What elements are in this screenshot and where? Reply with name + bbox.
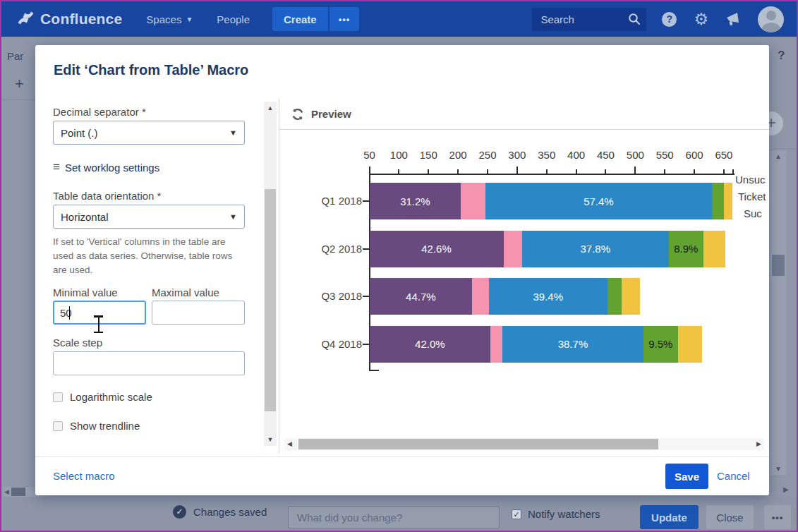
text-caret bbox=[69, 306, 70, 320]
axis-tick-label: 150 bbox=[413, 149, 444, 161]
chevron-down-icon: ▼ bbox=[186, 16, 193, 23]
maximal-value-label: Maximal value bbox=[152, 286, 219, 298]
axis-tick-label: 650 bbox=[708, 149, 739, 161]
segment-purple: 42.6% bbox=[370, 231, 504, 267]
category-label: Q3 2018 bbox=[306, 290, 362, 302]
nav-spaces[interactable]: Spaces ▼ bbox=[146, 13, 193, 25]
logo-wordmark: Confluence bbox=[40, 11, 122, 28]
decimal-separator-label: Decimal separator * bbox=[53, 106, 146, 118]
legend-label: Ticket bbox=[738, 191, 766, 202]
notifications-icon[interactable] bbox=[725, 12, 741, 26]
navbar-more-button[interactable]: ••• bbox=[330, 7, 360, 31]
axis-tick-label: 200 bbox=[442, 149, 473, 161]
avatar-person-icon bbox=[766, 11, 776, 20]
notify-watchers-checkbox[interactable]: ✓ Notify watchers bbox=[512, 508, 600, 520]
scroll-up-icon[interactable]: ▲ bbox=[770, 152, 786, 160]
scroll-right-icon[interactable]: ▶ bbox=[756, 440, 761, 447]
axis-tick-label: 100 bbox=[383, 149, 414, 161]
category-label: Q2 2018 bbox=[306, 243, 362, 255]
segment-purple: 31.2% bbox=[370, 183, 461, 219]
category-tick bbox=[363, 248, 369, 250]
axis-tick-label: 500 bbox=[619, 149, 651, 161]
checkbox-checked-icon: ✓ bbox=[512, 509, 521, 519]
scroll-left-icon[interactable]: ◀ bbox=[287, 440, 292, 447]
segment-blue: 57.4% bbox=[485, 183, 713, 219]
nav-people[interactable]: People bbox=[217, 13, 250, 25]
segment-pink bbox=[472, 278, 488, 315]
hamburger-icon: ≡ bbox=[53, 160, 60, 174]
axis-tick-label: 550 bbox=[649, 149, 680, 161]
category-tick bbox=[363, 344, 369, 345]
segment-blue: 38.7% bbox=[502, 326, 643, 363]
mouse-ibeam-cursor bbox=[94, 315, 104, 333]
changes-saved-label: Changes saved bbox=[193, 506, 267, 518]
notify-watchers-label: Notify watchers bbox=[528, 508, 600, 520]
scroll-up-icon[interactable]: ▲ bbox=[264, 104, 277, 111]
cancel-link[interactable]: Cancel bbox=[717, 470, 750, 482]
segment-green: 8.9% bbox=[669, 231, 703, 267]
form-scrollbar-thumb[interactable] bbox=[265, 189, 276, 411]
dialog-title: Edit ‘Chart from Table’ Macro bbox=[54, 62, 248, 78]
confluence-logo[interactable]: Confluence bbox=[17, 11, 122, 28]
page-horizontal-scrollbar-thumb[interactable] bbox=[11, 488, 25, 496]
worklog-link-label: Set worklog settings bbox=[65, 162, 159, 174]
maximal-value-input[interactable] bbox=[152, 301, 245, 325]
confluence-mark-icon bbox=[17, 11, 35, 28]
axis-tick-label: 450 bbox=[590, 149, 621, 161]
editor-help-icon: ? bbox=[778, 49, 785, 63]
orientation-select[interactable]: Horizontal ▼ bbox=[53, 205, 245, 229]
dialog-footer: Select macro Save Cancel bbox=[35, 457, 769, 495]
breadcrumb-partial: Par bbox=[7, 50, 23, 62]
preview-horizontal-scrollbar[interactable]: ◀ ▶ bbox=[284, 438, 764, 450]
preview-panel: Preview 50100150200250300350400450500550… bbox=[279, 99, 769, 453]
segment-blue: 39.4% bbox=[489, 278, 607, 315]
category-label: Q1 2018 bbox=[306, 195, 362, 207]
gear-icon[interactable]: ⚙ bbox=[694, 11, 708, 28]
form-scrollbar[interactable]: ▲ ▼ bbox=[264, 102, 277, 446]
segment-yellow bbox=[724, 183, 733, 219]
scroll-down-icon[interactable]: ▼ bbox=[770, 465, 786, 473]
scroll-left-icon[interactable]: ◀ bbox=[4, 488, 9, 495]
chart-preview: 50100150200250300350400450500550600650Q1… bbox=[280, 131, 770, 440]
page-vertical-scrollbar-thumb[interactable] bbox=[772, 255, 785, 276]
logarithmic-scale-checkbox[interactable]: Logarithmic scale bbox=[53, 391, 152, 403]
preview-horizontal-scrollbar-thumb[interactable] bbox=[298, 439, 658, 449]
check-circle-icon: ✓ bbox=[173, 505, 186, 519]
segment-green: 9.5% bbox=[643, 326, 678, 363]
scroll-down-icon[interactable]: ▼ bbox=[264, 436, 277, 443]
update-button[interactable]: Update bbox=[640, 505, 699, 529]
close-button[interactable]: Close bbox=[706, 505, 754, 529]
show-trendline-checkbox[interactable]: Show trendline bbox=[53, 420, 140, 432]
decimal-separator-select[interactable]: Point (.) ▼ bbox=[53, 121, 245, 145]
x-axis-line bbox=[370, 174, 734, 175]
preview-title: Preview bbox=[311, 108, 351, 120]
axis-tick-label: 350 bbox=[531, 149, 562, 161]
segment-pink bbox=[461, 183, 485, 219]
bottom-more-button[interactable]: ••• bbox=[764, 505, 791, 529]
orientation-label: Table data orientation * bbox=[53, 190, 161, 202]
avatar[interactable] bbox=[758, 6, 784, 32]
segment-yellow bbox=[703, 231, 726, 267]
changes-saved-status: ✓ Changes saved bbox=[173, 505, 267, 519]
legend-label: Unsuc bbox=[735, 174, 766, 186]
select-macro-link[interactable]: Select macro bbox=[53, 470, 115, 482]
page-horizontal-scrollbar[interactable]: ◀ bbox=[3, 487, 35, 497]
search-icon[interactable] bbox=[628, 13, 641, 28]
category-tick bbox=[363, 296, 369, 297]
category-label: Q4 2018 bbox=[306, 338, 362, 350]
create-button[interactable]: Create bbox=[272, 7, 328, 31]
set-worklog-settings-link[interactable]: ≡ Set worklog settings bbox=[53, 160, 159, 174]
scroll-right-icon[interactable]: ▶ bbox=[783, 485, 789, 493]
editor-plus-button: + bbox=[15, 75, 24, 93]
scale-step-input[interactable] bbox=[53, 351, 245, 375]
nav-people-label: People bbox=[217, 13, 250, 25]
orientation-help-text: If set to 'Vertical' columns in the tabl… bbox=[53, 235, 248, 277]
logarithmic-scale-label: Logarithmic scale bbox=[70, 391, 152, 403]
axis-tick-label: 400 bbox=[561, 149, 592, 161]
save-button[interactable]: Save bbox=[665, 464, 708, 489]
page-vertical-scrollbar[interactable]: ▲ ▼ bbox=[770, 150, 786, 475]
refresh-icon[interactable] bbox=[291, 107, 305, 124]
segment-pink bbox=[504, 231, 522, 267]
help-icon[interactable]: ? bbox=[662, 12, 677, 27]
change-comment-input[interactable] bbox=[288, 506, 500, 529]
